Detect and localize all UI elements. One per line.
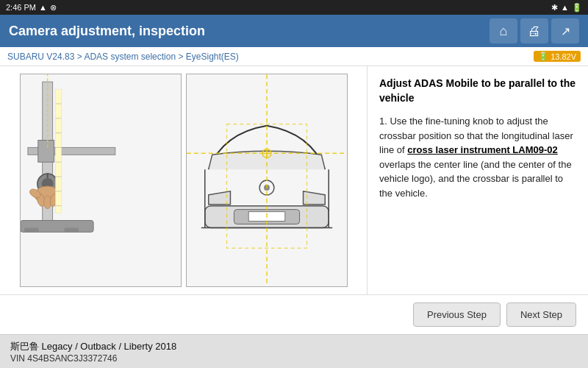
bluetooth-icon: ✱ xyxy=(551,3,558,13)
breadcrumb: SUBARU V24.83 > ADAS system selection > … xyxy=(7,52,239,62)
vehicle-footer: 斯巴鲁 Legacy / Outback / Liberty 2018 VIN … xyxy=(0,334,588,368)
voltage-badge: 🔋 13.82V xyxy=(534,51,581,62)
status-bar-left: 2:46 PM ▲ ⊗ xyxy=(6,3,57,13)
signal-icon: ▲ xyxy=(39,3,47,12)
print-icon: 🖨 xyxy=(528,24,541,39)
header: Camera adjustment, inspection ⌂ 🖨 ↗ xyxy=(0,15,588,47)
main-content: Adjust ADAS Mobile to be parallel to the… xyxy=(0,66,588,294)
print-button[interactable]: 🖨 xyxy=(520,18,548,43)
instruction-text-2: overlaps the center line (and the center… xyxy=(379,159,572,199)
svg-rect-16 xyxy=(55,89,61,213)
home-button[interactable]: ⌂ xyxy=(490,18,517,43)
svg-rect-14 xyxy=(24,227,38,232)
home-icon: ⌂ xyxy=(500,24,508,39)
vehicle-vin: VIN 4S4BSANC3J3372746 xyxy=(10,353,578,364)
breadcrumb-bar: SUBARU V24.83 > ADAS system selection > … xyxy=(0,47,588,66)
status-bar: 2:46 PM ▲ ⊗ ✱ ▲ 🔋 xyxy=(0,0,588,15)
previous-step-button[interactable]: Previous Step xyxy=(413,302,501,327)
voltage-value: 13.82V xyxy=(551,52,576,61)
export-icon: ↗ xyxy=(561,24,570,38)
header-icons: ⌂ 🖨 ↗ xyxy=(490,18,579,43)
image-right xyxy=(186,74,348,287)
svg-rect-15 xyxy=(64,227,79,232)
image-left xyxy=(20,74,182,287)
battery-icon: 🔋 xyxy=(572,3,582,13)
instruction-body: 1. Use the fine-tuning knob to adjust th… xyxy=(379,114,576,200)
battery-small-icon: 🔋 xyxy=(538,52,548,61)
text-panel: Adjust ADAS Mobile to be parallel to the… xyxy=(368,66,588,294)
wifi-icon: ▲ xyxy=(561,3,569,12)
time-display: 2:46 PM xyxy=(6,3,36,12)
status-bar-right: ✱ ▲ 🔋 xyxy=(551,3,582,13)
export-button[interactable]: ↗ xyxy=(551,18,579,43)
svg-rect-3 xyxy=(37,141,54,163)
next-step-button[interactable]: Next Step xyxy=(506,302,576,327)
instruction-title: Adjust ADAS Mobile to be parallel to the… xyxy=(379,77,576,105)
image-panel xyxy=(0,66,368,294)
extra-icon: ⊗ xyxy=(50,3,57,13)
instrument-name-highlight: cross laser instrument LAM09-02 xyxy=(407,144,557,155)
vehicle-model: 斯巴鲁 Legacy / Outback / Liberty 2018 xyxy=(10,340,578,353)
bottom-controls: Previous Step Next Step xyxy=(0,294,588,334)
page-title: Camera adjustment, inspection xyxy=(9,24,205,39)
